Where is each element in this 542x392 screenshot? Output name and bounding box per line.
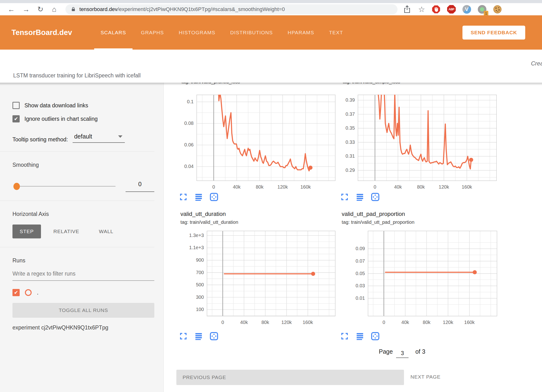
next-page-button[interactable]: NEXT PAGE [410, 374, 440, 380]
log-scale-icon[interactable] [194, 332, 203, 340]
runs-label: Runs [12, 257, 155, 264]
previous-page-button[interactable]: PREVIOUS PAGE [176, 370, 404, 385]
y-axis-tick-label: 700 [170, 270, 204, 275]
y-axis-tick-label: 0.04 [164, 164, 194, 169]
smoothing-slider[interactable] [14, 186, 115, 187]
smoothing-slider-thumb[interactable] [13, 183, 20, 190]
divider [0, 151, 154, 152]
y-axis-tick-label: 0.08 [164, 121, 194, 126]
chart-toolbar [340, 332, 380, 340]
back-icon[interactable]: ← [8, 6, 15, 13]
chart-valid-simple-loss-plot[interactable] [358, 95, 497, 181]
y-axis-tick-label: 0.31 [321, 153, 355, 159]
chart-tag: tag: train/valid_utt_pad_proportion [342, 219, 415, 225]
y-axis-tick-label: 0.37 [321, 111, 355, 117]
axis-relative-button[interactable]: RELATIVE [46, 225, 86, 238]
log-scale-icon[interactable] [194, 193, 203, 201]
smoothing-value-input[interactable]: 0 [126, 181, 154, 192]
send-feedback-button[interactable]: SEND FEEDBACK [462, 26, 525, 40]
tab-scalars[interactable]: SCALARS [93, 15, 133, 50]
x-axis-tick-label: 40k [233, 320, 255, 325]
experiment-id-label: experiment cj2vtPiwQHKN9Q1tx6PTpg [12, 324, 155, 331]
browser-tab-strip [0, 0, 542, 3]
toggle-all-runs-button[interactable]: TOGGLE ALL RUNS [12, 303, 154, 318]
tab-graphs[interactable]: GRAPHS [133, 15, 171, 50]
lock-icon [71, 6, 76, 12]
tab-text[interactable]: TEXT [322, 15, 350, 50]
chart-toolbar [179, 193, 218, 201]
x-axis-tick-label: 120k [272, 184, 294, 190]
y-axis-tick-label: 0.07 [331, 258, 365, 264]
chart-valid-utt-duration-plot[interactable] [207, 231, 335, 316]
x-axis-tick-label: 120k [433, 184, 455, 190]
fit-domain-icon[interactable] [371, 193, 380, 201]
smoothing-label: Smoothing [12, 162, 155, 168]
y-axis-tick-label: 0.03 [331, 283, 365, 288]
url-domain: tensorboard.dev [79, 6, 117, 12]
fullscreen-icon[interactable] [179, 193, 188, 201]
content: Show data download links ✔ Ignore outlie… [0, 83, 542, 392]
fullscreen-icon[interactable] [340, 193, 349, 201]
share-icon[interactable] [403, 5, 411, 14]
x-axis-tick-label: 160k [295, 184, 316, 190]
y-axis-tick-label: 0.06 [164, 142, 194, 148]
x-axis-tick-label: 40k [394, 320, 416, 325]
fullscreen-icon[interactable] [340, 332, 349, 340]
tab-hparams[interactable]: HPARAMS [280, 15, 322, 50]
log-scale-icon[interactable] [356, 332, 364, 340]
ignore-outliers-checkbox[interactable]: ✔ [12, 115, 20, 122]
ignore-outliers-label: Ignore outliers in chart scaling [24, 116, 98, 122]
adblock-extension-icon[interactable] [432, 5, 440, 14]
divider [0, 201, 154, 201]
runs-filter-input[interactable]: Write a regex to filter runs [12, 271, 154, 281]
address-bar[interactable]: tensorboard.dev/experiment/cj2vtPiwQHKN9… [65, 4, 398, 14]
nav-tabs: SCALARS GRAPHS HISTOGRAMS DISTRIBUTIONS … [93, 15, 351, 50]
page-of-label: of 3 [415, 348, 425, 355]
y-axis-tick-label: 0.35 [321, 125, 355, 131]
runs-filter-placeholder: Write a regex to filter runs [12, 271, 75, 277]
tooltip-sorting-select[interactable]: default [73, 133, 125, 143]
y-axis-tick-label: 300 [170, 294, 204, 300]
home-icon[interactable]: ⌂ [52, 6, 56, 13]
charts-area: tag: train/valid_pruned_loss tag: train/… [164, 83, 542, 392]
info-band: Crea LSTM transducer training for LibriS… [0, 50, 542, 83]
axis-step-button[interactable]: STEP [12, 225, 41, 238]
x-axis-tick-label: 0 [373, 320, 395, 325]
x-axis-tick-label: 0 [364, 184, 386, 190]
show-download-links-checkbox[interactable] [12, 102, 20, 109]
horizontal-axis-label: Horizontal Axis [12, 211, 155, 217]
fit-domain-icon[interactable] [210, 193, 218, 201]
tooltip-sorting-label: Tooltip sorting method: [12, 136, 68, 143]
x-axis-tick-label: 80k [249, 184, 271, 190]
tab-histograms[interactable]: HISTOGRAMS [171, 15, 223, 50]
show-download-links-label: Show data download links [24, 102, 88, 109]
chart-valid-utt-pad-proportion-plot[interactable] [368, 231, 497, 316]
run-row: ✔ . [12, 289, 155, 296]
log-scale-icon[interactable] [356, 193, 364, 201]
abp-extension-icon[interactable]: ABP [447, 5, 456, 14]
x-axis-tick-label: 160k [459, 320, 480, 325]
forward-icon[interactable]: → [23, 6, 30, 13]
extension-icon-with-badge[interactable]: 1 [478, 5, 486, 14]
run-checkbox[interactable]: ✔ [12, 289, 20, 296]
x-axis-tick-label: 80k [254, 320, 276, 325]
page-number-input[interactable]: 3 [396, 350, 409, 358]
chart-toolbar [340, 193, 380, 201]
chart-toolbar [179, 332, 218, 340]
chart-valid-pruned-loss-plot[interactable] [196, 95, 335, 181]
fit-domain-icon[interactable] [210, 332, 218, 340]
tooltip-sorting-row: Tooltip sorting method: default [12, 133, 155, 143]
chart-title: valid_utt_duration [180, 211, 226, 217]
app-header: TensorBoard.dev SCALARS GRAPHS HISTOGRAM… [0, 15, 542, 50]
fit-domain-icon[interactable] [371, 332, 380, 340]
cookie-extension-icon[interactable] [493, 5, 502, 14]
created-text-clipped: Crea [531, 60, 542, 67]
show-download-links-row: Show data download links [12, 102, 155, 109]
fullscreen-icon[interactable] [179, 332, 188, 340]
axis-wall-button[interactable]: WALL [92, 225, 121, 238]
tab-distributions[interactable]: DISTRIBUTIONS [223, 15, 280, 50]
reload-icon[interactable]: ↻ [37, 6, 43, 13]
v-extension-icon[interactable]: V [462, 5, 471, 14]
y-axis-tick-label: 900 [170, 257, 204, 263]
bookmark-star-icon[interactable]: ☆ [418, 6, 425, 13]
